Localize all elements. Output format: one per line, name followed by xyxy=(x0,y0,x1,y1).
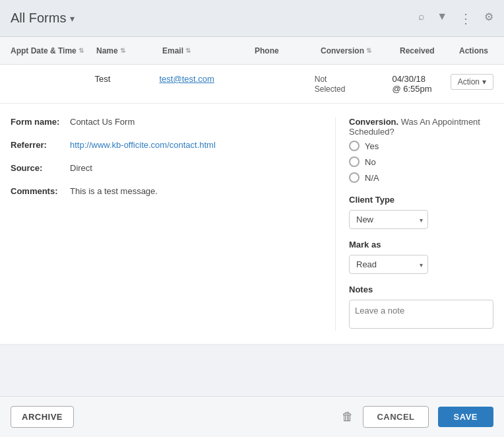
referrer-label: Referrer: xyxy=(11,140,70,150)
radio-yes-circle[interactable] xyxy=(349,141,360,151)
sort-icon-email: ⇅ xyxy=(185,47,191,54)
conversion-value: NotSelected xyxy=(315,75,346,94)
archive-button[interactable]: ARCHIVE xyxy=(11,406,74,428)
email-link[interactable]: test@test.com xyxy=(159,74,214,84)
col-header-email[interactable]: Email ⇅ xyxy=(162,46,255,55)
dropdown-chevron-icon[interactable]: ▾ xyxy=(70,13,75,24)
col-header-actions: Actions xyxy=(459,46,493,55)
more-icon[interactable]: ⋮ xyxy=(459,11,472,26)
table-row: Test test@test.com NotSelected 04/30/18@… xyxy=(0,65,504,104)
cell-name: Test xyxy=(94,65,159,93)
col-header-phone: Phone xyxy=(255,46,321,55)
cell-received: 04/30/18@ 6:55pm xyxy=(392,65,450,103)
action-chevron-icon: ▾ xyxy=(482,77,486,86)
page-title-text: All Forms xyxy=(11,11,66,26)
col-header-name[interactable]: Name ⇅ xyxy=(96,46,162,55)
conversion-section-label: Conversion. Was An Appointment Scheduled… xyxy=(349,117,493,137)
cell-appt xyxy=(11,65,94,83)
mark-as-dropdown-wrapper: Read Unread ▾ xyxy=(349,255,428,274)
radio-na[interactable]: N/A xyxy=(349,172,493,183)
cell-conversion: NotSelected xyxy=(315,65,393,103)
footer-right: 🗑 CANCEL SAVE xyxy=(342,406,493,428)
comments-row: Comments: This is a test message. xyxy=(11,186,322,196)
trash-icon[interactable]: 🗑 xyxy=(342,410,354,424)
notes-label: Notes xyxy=(349,285,493,294)
conversion-radio-group: Yes No N/A xyxy=(349,141,493,183)
comments-value: This is a test message. xyxy=(70,186,158,196)
radio-no-label: No xyxy=(365,157,376,167)
form-name-value: Contact Us Form xyxy=(70,117,135,127)
cancel-button[interactable]: CANCEL xyxy=(363,406,428,428)
radio-no[interactable]: No xyxy=(349,156,493,167)
sort-icon-appt: ⇅ xyxy=(79,47,84,54)
client-type-label: Client Type xyxy=(349,195,493,205)
filter-icon[interactable]: ▼ xyxy=(437,11,447,26)
col-header-received: Received xyxy=(400,46,459,55)
save-button[interactable]: SAVE xyxy=(438,407,493,427)
source-row: Source: Direct xyxy=(11,163,322,173)
radio-yes[interactable]: Yes xyxy=(349,141,493,151)
source-label: Source: xyxy=(11,163,70,173)
mark-as-select[interactable]: Read Unread xyxy=(349,255,428,274)
source-value: Direct xyxy=(70,163,92,173)
action-button[interactable]: Action ▾ xyxy=(451,74,493,90)
cell-actions: Action ▾ xyxy=(451,65,493,99)
client-type-dropdown-wrapper: New Existing Unknown ▾ xyxy=(349,210,428,229)
comments-label: Comments: xyxy=(11,186,70,196)
radio-yes-label: Yes xyxy=(365,141,379,151)
mark-as-label: Mark as xyxy=(349,240,493,250)
radio-na-circle[interactable] xyxy=(349,172,360,183)
radio-no-circle[interactable] xyxy=(349,156,360,167)
referrer-value: http://www.kb-officite.com/contact.html xyxy=(70,140,216,150)
cell-phone xyxy=(250,65,315,83)
search-icon[interactable]: ⌕ xyxy=(418,11,425,26)
app-header: All Forms ▾ ⌕ ▼ ⋮ ⚙ xyxy=(0,0,504,37)
detail-right: Conversion. Was An Appointment Scheduled… xyxy=(335,117,493,331)
col-header-conversion[interactable]: Conversion ⇅ xyxy=(321,46,400,55)
form-name-label: Form name: xyxy=(11,117,70,127)
settings-icon[interactable]: ⚙ xyxy=(484,11,493,26)
page-title: All Forms ▾ xyxy=(11,11,75,26)
footer: ARCHIVE 🗑 CANCEL SAVE xyxy=(0,396,504,437)
header-icons: ⌕ ▼ ⋮ ⚙ xyxy=(418,11,493,26)
table-header: Appt Date & Time ⇅ Name ⇅ Email ⇅ Phone … xyxy=(0,37,504,65)
detail-left: Form name: Contact Us Form Referrer: htt… xyxy=(11,117,335,331)
cell-email: test@test.com xyxy=(159,65,249,93)
radio-na-label: N/A xyxy=(365,173,379,183)
col-header-appt[interactable]: Appt Date & Time ⇅ xyxy=(11,46,96,55)
client-type-select[interactable]: New Existing Unknown xyxy=(349,210,428,229)
sort-icon-name: ⇅ xyxy=(120,47,125,54)
footer-left: ARCHIVE xyxy=(11,406,74,428)
referrer-row: Referrer: http://www.kb-officite.com/con… xyxy=(11,140,322,150)
sort-icon-conversion: ⇅ xyxy=(366,47,371,54)
form-name-row: Form name: Contact Us Form xyxy=(11,117,322,127)
notes-input[interactable] xyxy=(349,300,493,329)
detail-panel: Form name: Contact Us Form Referrer: htt… xyxy=(0,104,504,345)
